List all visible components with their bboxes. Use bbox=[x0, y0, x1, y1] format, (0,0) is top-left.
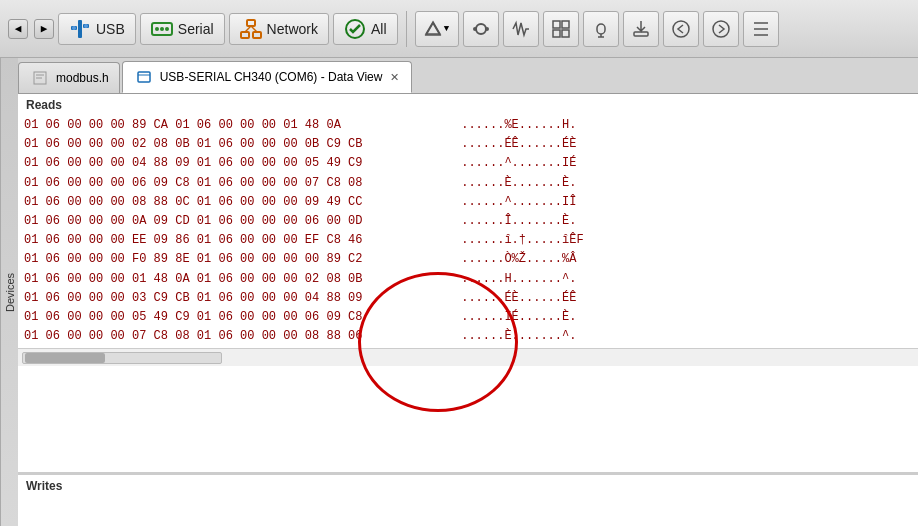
table-row: 01 06 00 00 00 04 88 09 01 06 00 00 00 0… bbox=[22, 154, 914, 173]
table-row: 01 06 00 00 00 03 C9 CB 01 06 00 00 00 0… bbox=[22, 289, 914, 308]
content-area: modbus.h USB-SERIAL CH340 (COM6) - Data … bbox=[18, 58, 918, 526]
data-view: Reads 01 06 00 00 00 89 CA 01 06 00 00 0… bbox=[18, 94, 918, 526]
tab-next-button[interactable]: ▶ bbox=[34, 19, 54, 39]
reads-section: Reads 01 06 00 00 00 89 CA 01 06 00 00 0… bbox=[18, 94, 918, 474]
table-row: 01 06 00 00 00 08 88 0C 01 06 00 00 00 0… bbox=[22, 193, 914, 212]
tab-modbus-label: modbus.h bbox=[56, 71, 109, 85]
shape-icon bbox=[424, 20, 442, 38]
svg-rect-1 bbox=[78, 20, 82, 38]
table-row: 01 06 00 00 00 05 49 C9 01 06 00 00 00 0… bbox=[22, 308, 914, 327]
table-row: 01 06 00 00 00 89 CA 01 06 00 00 00 01 4… bbox=[22, 116, 914, 135]
tab-dataview-label: USB-SERIAL CH340 (COM6) - Data View bbox=[160, 70, 383, 84]
tab-bar: modbus.h USB-SERIAL CH340 (COM6) - Data … bbox=[18, 58, 918, 94]
tab-dataview[interactable]: USB-SERIAL CH340 (COM6) - Data View ✕ bbox=[122, 61, 413, 93]
svg-point-6 bbox=[155, 27, 159, 31]
svg-rect-9 bbox=[247, 20, 255, 26]
connect-button[interactable] bbox=[463, 11, 499, 47]
usb-icon bbox=[69, 18, 91, 40]
devices-label: Devices bbox=[4, 272, 16, 311]
table-row: 01 06 00 00 00 06 09 C8 01 06 00 00 00 0… bbox=[22, 174, 914, 193]
all-button[interactable]: All bbox=[333, 13, 398, 45]
serial-button[interactable]: Serial bbox=[140, 13, 225, 45]
table-row: 01 06 00 00 00 EE 09 86 01 06 00 00 00 E… bbox=[22, 231, 914, 250]
back-icon bbox=[671, 19, 691, 39]
main-toolbar: ◀ ▶ USB Serial bbox=[0, 0, 918, 58]
table-row: 01 06 00 00 00 0A 09 CD 01 06 00 00 00 0… bbox=[22, 212, 914, 231]
toolbar-separator-1 bbox=[406, 11, 407, 47]
grid-icon bbox=[551, 19, 571, 39]
forward-icon bbox=[711, 19, 731, 39]
svg-rect-23 bbox=[562, 30, 569, 37]
tab-close-button[interactable]: ✕ bbox=[387, 70, 401, 84]
upload-icon bbox=[631, 19, 651, 39]
more-icon bbox=[751, 19, 771, 39]
serial-label: Serial bbox=[178, 21, 214, 37]
main-layout: Devices modbus.h bbox=[0, 58, 918, 526]
dataview-tab-icon bbox=[133, 66, 155, 88]
scrollbar-area bbox=[18, 348, 918, 366]
svg-rect-22 bbox=[553, 30, 560, 37]
waveform-icon bbox=[511, 19, 531, 39]
reads-label: Reads bbox=[26, 98, 62, 112]
network-button[interactable]: Network bbox=[229, 13, 329, 45]
table-row: 01 06 00 00 00 02 08 0B 01 06 00 00 00 0… bbox=[22, 135, 914, 154]
scrollbar-track[interactable] bbox=[22, 352, 222, 364]
table-row: 01 06 00 00 00 01 48 0A 01 06 00 00 00 0… bbox=[22, 270, 914, 289]
svg-point-19 bbox=[485, 27, 489, 31]
svg-point-8 bbox=[165, 27, 169, 31]
writes-section: Writes bbox=[18, 474, 918, 526]
upload-button[interactable] bbox=[623, 11, 659, 47]
connect-icon bbox=[471, 19, 491, 39]
scrollbar-thumb[interactable] bbox=[25, 353, 105, 363]
table-row: 01 06 00 00 00 07 C8 08 01 06 00 00 00 0… bbox=[22, 327, 914, 346]
all-icon bbox=[344, 18, 366, 40]
table-row: 01 06 00 00 00 F0 89 8E 01 06 00 00 00 0… bbox=[22, 250, 914, 269]
shape-tool-button[interactable]: ▼ bbox=[415, 11, 459, 47]
serial-icon bbox=[151, 18, 173, 40]
svg-rect-21 bbox=[562, 21, 569, 28]
network-icon bbox=[240, 18, 262, 40]
hex-data-area: 01 06 00 00 00 89 CA 01 06 00 00 00 01 4… bbox=[18, 114, 918, 348]
grid-button[interactable] bbox=[543, 11, 579, 47]
tab-prev-button[interactable]: ◀ bbox=[8, 19, 28, 39]
writes-label: Writes bbox=[26, 479, 62, 493]
devices-sidebar[interactable]: Devices bbox=[0, 58, 18, 526]
usb-button[interactable]: USB bbox=[58, 13, 136, 45]
svg-point-4 bbox=[84, 24, 88, 28]
more-button[interactable] bbox=[743, 11, 779, 47]
usb-label: USB bbox=[96, 21, 125, 37]
svg-point-29 bbox=[713, 21, 729, 37]
audio-icon bbox=[591, 19, 611, 39]
modbus-tab-icon bbox=[29, 67, 51, 89]
svg-point-7 bbox=[160, 27, 164, 31]
tab-modbus[interactable]: modbus.h bbox=[18, 62, 120, 93]
svg-point-3 bbox=[72, 26, 76, 30]
svg-rect-27 bbox=[634, 32, 648, 36]
svg-point-18 bbox=[473, 27, 477, 31]
back-button[interactable] bbox=[663, 11, 699, 47]
all-label: All bbox=[371, 21, 387, 37]
svg-rect-11 bbox=[253, 32, 261, 38]
svg-point-28 bbox=[673, 21, 689, 37]
waveform-button[interactable] bbox=[503, 11, 539, 47]
svg-point-17 bbox=[476, 24, 486, 34]
forward-button[interactable] bbox=[703, 11, 739, 47]
svg-rect-24 bbox=[597, 24, 605, 34]
svg-rect-20 bbox=[553, 21, 560, 28]
svg-rect-36 bbox=[138, 72, 150, 82]
network-label: Network bbox=[267, 21, 318, 37]
svg-rect-10 bbox=[241, 32, 249, 38]
audio-button[interactable] bbox=[583, 11, 619, 47]
